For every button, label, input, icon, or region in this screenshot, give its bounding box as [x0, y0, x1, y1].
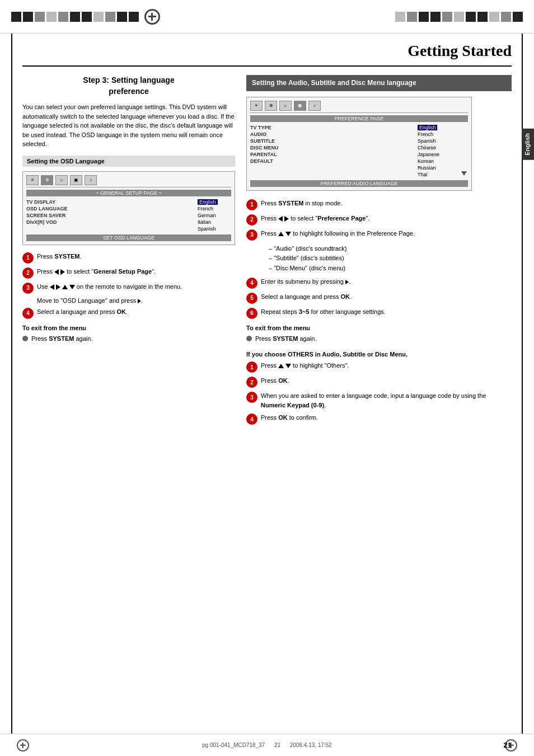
footer-left: pg 001-041_MCD718_37 21 2006.4.13, 17:52: [202, 742, 332, 748]
arrow-right-icon: [60, 269, 65, 275]
bar-seg-r6: [454, 12, 464, 22]
menu-row-ss: SCREEN SAVER: [26, 212, 194, 219]
menu-icon-audio: ♪: [85, 175, 97, 185]
o-arrow-up: [278, 364, 284, 368]
arrow-r-icon: [56, 284, 60, 290]
right-column: Setting the Audio, Subtitle and Disc Men…: [246, 75, 512, 428]
r-bullet-dot: [246, 336, 252, 341]
o-step-text-4: Press OK to confirm.: [261, 413, 512, 422]
step-num-4: 4: [22, 308, 34, 319]
right-menu-footer-bar: PREFERRED AUDIO LANGUAGE: [250, 180, 468, 187]
step-num-3: 3: [22, 283, 34, 294]
body-text: You can select your own preferred langua…: [22, 102, 235, 149]
dash-item-3: – "Disc Menu" (disc's menu): [269, 264, 512, 274]
r-icon-2: ⊕: [265, 101, 277, 111]
step-text-1: Press SYSTEM.: [37, 252, 235, 261]
right-exit-heading: To exit from the menu: [246, 325, 512, 331]
bar-seg-2: [23, 12, 33, 22]
arrow-left-icon: [54, 269, 59, 275]
r-step-num-2: 2: [246, 214, 257, 226]
bar-seg-3: [35, 12, 45, 22]
o-step-text-1: Press to highlight "Others".: [261, 361, 512, 370]
bar-seg-5: [58, 12, 68, 22]
osd-menu-mockup: ≡ ⊕ ☼ ▣ ♪ ~ GENERAL SETUP PAGE ~ TV DISP…: [22, 171, 235, 245]
r-step-text-6: Repeat steps 3~5 for other language sett…: [261, 307, 512, 317]
menu-icon-general: ≡: [26, 175, 39, 185]
dash-item-2: – "Subtitle" (disc's subtitles): [269, 253, 512, 264]
left-step-1: 1 Press SYSTEM.: [22, 252, 235, 264]
right-menu-icons-row: ≡ ⊕ ☼ ▣ ♪: [250, 101, 468, 113]
o-step-text-2: Press OK.: [261, 376, 512, 386]
others-step-3: 3 When you are asked to enter a language…: [246, 391, 512, 410]
r-row-parental: PARENTAL: [250, 151, 413, 158]
left-steps-list-2: 4 Select a language and press OK.: [22, 307, 235, 319]
right-step-2: 2 Press to select "Preference Page".: [246, 214, 512, 226]
right-exit-step: Press SYSTEM again.: [246, 334, 512, 344]
o-step-num-3: 3: [246, 392, 257, 403]
r-step-text-2: Press to select "Preference Page".: [261, 214, 512, 223]
others-heading: If you choose OTHERS in Audio, Subtitle …: [246, 351, 512, 358]
menu-icons-row: ≡ ⊕ ☼ ▣ ♪: [26, 175, 231, 187]
r-row-tvtype: TV TYPE: [250, 124, 413, 131]
step-num-1: 1: [22, 252, 34, 264]
right-step-5: 5 Select a language and press OK.: [246, 292, 512, 304]
right-step-3: 3 Press to highlight following in the Pr…: [246, 229, 512, 241]
arrow-l-icon: [50, 284, 54, 290]
right-step-6: 6 Repeat steps 3~5 for other language se…: [246, 307, 512, 319]
cross-icon: [148, 13, 156, 21]
right-menu-label-bar: PREFERENCE PAGE: [250, 115, 468, 122]
o-step-num-2: 2: [246, 377, 257, 388]
step-text-4: Select a language and press OK.: [37, 307, 235, 317]
scroll-down-icon: [461, 171, 467, 176]
dash-item-1: – "Audio" (disc's soundtrack): [269, 244, 512, 254]
step-heading: Step 3: Setting language preference: [22, 75, 235, 97]
r-enter-arrow: [345, 280, 349, 284]
o-step-num-1: 1: [246, 361, 257, 373]
bar-seg-r11: [513, 12, 523, 22]
step-num-2: 2: [22, 267, 34, 279]
r-step-text-4: Enter its submenu by pressing .: [261, 277, 512, 287]
step-text-3: Use on the remote to navigate in the men…: [37, 282, 235, 292]
bullet-dot-icon: [22, 336, 28, 341]
top-bar-right-segments: [395, 12, 523, 22]
left-indent-step: Move to "OSD Language" and press .: [37, 297, 235, 304]
right-header-box: Setting the Audio, Subtitle and Disc Men…: [246, 75, 512, 91]
o-arrow-down: [285, 364, 291, 368]
left-step-3: 3 Use on the remote to navigate in the m…: [22, 282, 235, 294]
bar-seg-r7: [466, 12, 476, 22]
bar-seg-9: [105, 12, 115, 22]
main-content: Step 3: Setting language preference You …: [0, 67, 534, 436]
menu-icon-active: ⊕: [41, 175, 53, 185]
o-step-text-3: When you are asked to enter a language c…: [261, 391, 512, 410]
bar-seg-r1: [395, 12, 405, 22]
english-tab: English: [522, 129, 534, 160]
top-bar: [0, 0, 534, 34]
bar-seg-1: [11, 12, 21, 22]
right-step-4: 4 Enter its submenu by pressing .: [246, 277, 512, 289]
r-step-text-3: Press to highlight following in the Pref…: [261, 229, 512, 238]
r-icon-1: ≡: [250, 101, 263, 111]
r-step-num-5: 5: [246, 293, 257, 304]
left-exit-step: Press SYSTEM again.: [22, 334, 235, 344]
menu-icon-box: ▣: [70, 175, 82, 185]
r-icon-3: ☼: [279, 101, 292, 111]
bar-seg-r4: [430, 12, 441, 22]
r-arrow-left: [278, 216, 283, 222]
bar-seg-7: [82, 12, 92, 22]
left-column: Step 3: Setting language preference You …: [22, 75, 235, 428]
others-step-1: 1 Press to highlight "Others".: [246, 361, 512, 373]
bottom-bar: pg 001-041_MCD718_37 21 2006.4.13, 17:52: [0, 734, 534, 756]
right-menu-mockup: ≡ ⊕ ☼ ▣ ♪ PREFERENCE PAGE TV TYPE AUDIO …: [246, 97, 472, 191]
bar-seg-11: [129, 12, 139, 22]
arrow-d-icon: [69, 285, 75, 289]
left-exit-heading: To exit from the menu: [22, 325, 235, 331]
step-text-2: Press to select "General Setup Page".: [37, 267, 235, 276]
right-step-1: 1 Press SYSTEM in stop mode.: [246, 199, 512, 210]
osd-subsection-label: Setting the OSD Language: [22, 156, 235, 167]
bar-seg-r2: [407, 12, 417, 22]
r-step-text-1: Press SYSTEM in stop mode.: [261, 199, 512, 208]
page-number: 21: [504, 741, 512, 749]
dash-list: – "Audio" (disc's soundtrack) – "Subtitl…: [269, 244, 512, 274]
bar-seg-r9: [489, 12, 499, 22]
menu-label-bar: ~ GENERAL SETUP PAGE ~: [26, 190, 231, 196]
